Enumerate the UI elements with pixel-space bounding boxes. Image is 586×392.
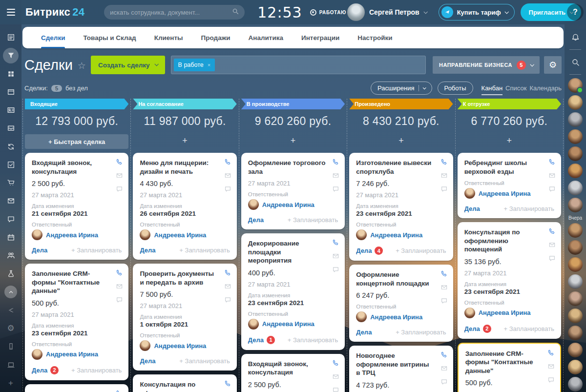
nav-tab[interactable]: Товары и Склад [83,27,136,48]
user-avatar[interactable] [568,240,583,255]
deal-card[interactable]: Изготовление вывески спортклуба7 246 руб… [349,153,453,261]
view-tab[interactable]: Список [505,84,526,94]
user-avatar[interactable] [568,343,583,357]
mail-icon[interactable] [547,363,555,372]
column-header[interactable]: В производстве [241,99,345,109]
mail-icon[interactable] [548,172,556,181]
mail-icon[interactable] [548,241,556,250]
sidebar-icon-mail[interactable] [0,192,21,210]
phone-icon[interactable] [224,269,231,278]
deal-title[interactable]: Оформление концертной площадки [356,270,446,288]
sidebar-icon-documents[interactable] [0,119,21,137]
sidebar-icon-add[interactable]: + [0,374,21,392]
sidebar-icon-settings[interactable]: ⚙ [0,319,21,337]
deal-title[interactable]: Входящий звонок, консультация [32,159,122,176]
chat-icon[interactable] [332,266,339,275]
column-header[interactable]: К отгрузке [458,99,561,109]
user-avatar[interactable] [568,326,583,340]
phone-icon[interactable] [224,158,231,167]
user-avatar[interactable] [568,129,583,144]
user-avatar[interactable] [568,95,583,110]
global-search[interactable] [104,5,245,20]
user-avatar[interactable] [568,198,583,212]
search-input[interactable] [110,9,232,16]
notifications-bell-icon[interactable] [565,28,586,46]
robots-button[interactable]: Роботы [438,82,473,95]
responsible-name[interactable]: Андреева Ирина [154,342,206,350]
deal-title[interactable]: Консультация по оформлению помещений [464,228,554,254]
user-avatar[interactable] [568,146,583,161]
deals-link[interactable]: Дела4 [356,247,383,255]
phone-icon[interactable] [548,227,556,237]
phone-icon[interactable] [440,270,448,279]
deals-link[interactable]: Дела [140,357,155,365]
deals-link[interactable]: Дела [248,216,264,224]
deals-link[interactable]: Дела [356,329,372,336]
deal-card[interactable]: Ребрендинг школы верховой ездыОтветствен… [458,153,561,218]
deal-card[interactable]: Новогоднее оформление витрины в ТРЦ4 723… [349,346,453,392]
settings-gear-button[interactable]: ⚙ [544,56,562,74]
mail-icon[interactable] [332,373,339,382]
sidebar-icon-contacts[interactable] [0,101,21,119]
deal-card[interactable]: Оформление торгового зала27 марта 2021От… [241,153,345,229]
hamburger-menu-icon[interactable] [0,0,21,24]
favorite-star-icon[interactable]: ☆ [78,60,86,71]
column-header[interactable]: На согласование [133,99,236,109]
deals-link[interactable]: Дела [140,247,155,254]
user-avatar[interactable] [568,78,583,93]
responsible-name[interactable]: Андреева Ирина [479,309,531,316]
sidebar-icon-chat[interactable] [0,210,21,228]
add-card-button[interactable]: + [349,134,453,149]
deal-title[interactable]: Изготовление вывески спортклуба [356,159,446,176]
deal-title[interactable]: Проверить документы и передать в архив [140,269,230,287]
deal-card[interactable]: Декорирование площадки мероприятия400 ру… [241,233,345,350]
deal-card[interactable]: Заполнение CRM-формы "Контактные данные"… [458,343,561,392]
responsible-name[interactable]: Андреева Ирина [46,231,98,239]
nav-tab[interactable]: Аналитика [249,27,283,48]
create-deal-button[interactable]: Создать сделку [91,56,165,74]
deal-title[interactable]: Декорирование площадки мероприятия [248,239,338,265]
column-header[interactable]: Произведено [349,99,453,109]
quick-deal-button[interactable]: + Быстрая сделка [25,134,128,149]
business-direction-button[interactable]: НАПРАВЛЕНИЕ БИЗНЕСА 5 [433,56,540,74]
mail-icon[interactable] [332,252,339,262]
mail-icon[interactable] [440,172,448,181]
extensions-button[interactable]: Расширения [371,82,432,95]
deal-title[interactable]: Заполнение CRM-формы "Контактные данные" [32,269,122,295]
deal-title[interactable]: Новогоднее оформление витрины в ТРЦ [356,351,446,377]
buy-tariff-button[interactable]: Купить тариф [439,4,515,21]
sidebar-icon-tasks[interactable] [0,156,21,174]
phone-icon[interactable] [116,269,123,278]
deal-card[interactable]: Консультация по оформлению помещений35 1… [458,222,561,339]
plan-activity-link[interactable]: + Запланировать [396,329,446,336]
deals-link[interactable]: Дела [464,205,480,212]
deals-count-pill[interactable]: 5 [51,85,62,92]
sidebar-icon-sync[interactable] [0,138,21,156]
chat-icon[interactable] [332,186,339,195]
view-tab[interactable]: Календарь [529,84,562,94]
chat-icon[interactable] [116,186,123,195]
mail-icon[interactable] [224,283,231,292]
sidebar-icon-collapse[interactable] [0,283,21,301]
deal-title[interactable]: Консультация по оформлению помещений [140,380,230,392]
sidebar-icon-mobile[interactable] [0,337,21,355]
chat-icon[interactable] [548,186,556,195]
deals-link[interactable]: Дела1 [248,336,275,344]
deal-title[interactable]: Ребрендинг школы верховой езды [464,159,554,176]
responsible-name[interactable]: Андреева Ирина [46,351,98,358]
chat-icon[interactable] [440,186,448,195]
sidebar-icon-sites[interactable] [0,83,21,101]
phone-icon[interactable] [440,158,448,167]
chat-icon[interactable] [224,296,231,306]
user-avatar[interactable] [568,181,583,195]
sidebar-icon-apps[interactable] [0,65,21,83]
deal-card[interactable]: Входящий звонок, консультация2 500 руб.2… [25,153,128,260]
responsible-name[interactable]: Андреева Ирина [154,231,206,239]
plan-activity-link[interactable]: + Запланировать [288,216,338,224]
chat-icon[interactable] [548,255,556,264]
user-avatar[interactable] [568,112,583,127]
chat-icon[interactable] [116,296,123,306]
user-avatar[interactable] [568,223,583,238]
add-card-button[interactable]: + [458,134,561,149]
chat-icon[interactable] [440,378,448,388]
